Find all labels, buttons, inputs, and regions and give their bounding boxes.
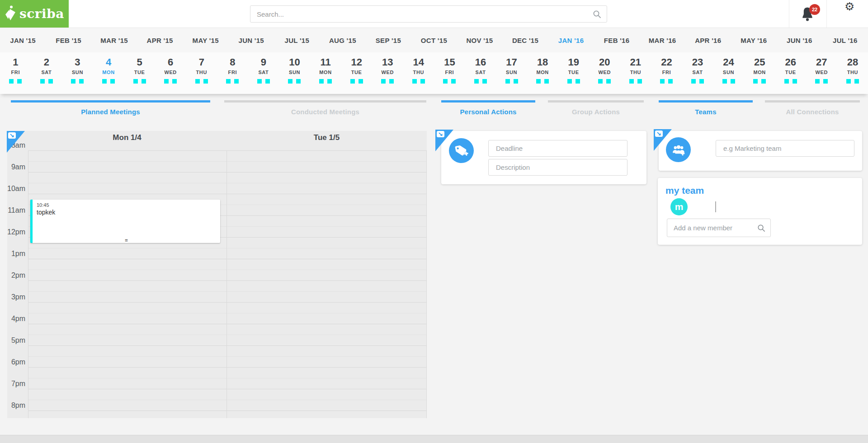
day-item[interactable]: 8 FRI [217, 52, 248, 94]
day-item[interactable]: 2 SAT [31, 52, 62, 94]
activity-square [172, 79, 177, 84]
activity-square [142, 79, 146, 84]
tab-personal-actions[interactable]: Personal Actions [441, 100, 535, 116]
horizontal-scrollbar[interactable] [0, 435, 868, 443]
day-item[interactable]: 19 TUE [558, 52, 589, 94]
day-name: TUE [124, 69, 155, 76]
activity-square [79, 79, 84, 84]
global-search [250, 5, 607, 23]
header-divider [826, 0, 827, 28]
activity-square [576, 79, 580, 84]
month-item[interactable]: APR '16 [685, 28, 731, 52]
tab-conducted-meetings[interactable]: Conducted Meetings [224, 100, 426, 116]
month-item[interactable]: MAY '16 [731, 28, 777, 52]
day-item[interactable]: 26 TUE [775, 52, 806, 94]
month-item[interactable]: JUN '15 [228, 28, 274, 52]
day-activity-markers [744, 79, 775, 84]
day-item[interactable]: 21 THU [620, 52, 651, 94]
day-item[interactable]: 9 SAT [248, 52, 279, 94]
calendar-column-header: Mon 1/4 [28, 133, 226, 145]
day-item[interactable]: 12 TUE [341, 52, 372, 94]
month-item[interactable]: SEP '15 [365, 28, 411, 52]
day-name: THU [403, 69, 434, 76]
month-item[interactable]: MAY '15 [183, 28, 228, 52]
member-avatar[interactable]: m [670, 198, 688, 215]
tab-planned-meetings[interactable]: Planned Meetings [11, 100, 210, 116]
day-item[interactable]: 18 MON [527, 52, 558, 94]
day-item[interactable]: 1 FRI [0, 52, 31, 94]
month-item[interactable]: FEB '16 [594, 28, 640, 52]
month-item[interactable]: APR '15 [137, 28, 183, 52]
day-item[interactable]: 25 MON [744, 52, 775, 94]
calendar-grid[interactable] [28, 150, 427, 418]
search-icon[interactable] [593, 10, 601, 20]
team-name-input[interactable] [716, 140, 854, 156]
day-item[interactable]: 14 THU [403, 52, 434, 94]
activity-square [234, 79, 239, 84]
tab-group-actions[interactable]: Group Actions [548, 100, 644, 116]
day-item[interactable]: 5 TUE [124, 52, 155, 94]
description-input[interactable] [489, 159, 627, 175]
day-item[interactable]: 4 MON [93, 52, 124, 94]
activity-square [9, 79, 14, 84]
day-item[interactable]: 6 WED [155, 52, 186, 94]
day-item[interactable]: 20 WED [589, 52, 620, 94]
month-item[interactable]: FEB '15 [46, 28, 91, 52]
day-item[interactable]: 17 SUN [496, 52, 527, 94]
day-name: SUN [496, 69, 527, 76]
day-item[interactable]: 23 SAT [682, 52, 713, 94]
top-bar: scriba 22 ⚙ [0, 0, 868, 28]
expand-ribbon-personal-actions[interactable] [435, 130, 453, 151]
personal-actions-card [441, 131, 646, 184]
month-item[interactable]: MAR '15 [91, 28, 137, 52]
day-name: THU [186, 69, 217, 76]
day-activity-markers [248, 79, 279, 84]
text-caret [715, 201, 716, 212]
hour-label: 9am [7, 163, 25, 172]
activity-square [17, 79, 22, 84]
expand-ribbon-calendar[interactable] [7, 131, 25, 153]
day-item[interactable]: 3 SUN [62, 52, 93, 94]
expand-ribbon-teams[interactable] [654, 129, 672, 151]
tab-teams[interactable]: Teams [659, 100, 753, 116]
day-item[interactable]: 15 FRI [434, 52, 465, 94]
add-member-input[interactable] [667, 219, 770, 237]
day-name: SUN [713, 69, 744, 76]
activity-square [544, 79, 549, 84]
day-item[interactable]: 28 THU [837, 52, 868, 94]
day-activity-markers [93, 79, 124, 84]
tab-all-connections[interactable]: All Connections [765, 100, 860, 116]
day-item[interactable]: 22 FRI [651, 52, 682, 94]
day-item[interactable]: 27 WED [806, 52, 837, 94]
day-item[interactable]: 11 MON [310, 52, 341, 94]
day-item[interactable]: 24 SUN [713, 52, 744, 94]
month-item[interactable]: JAN '15 [0, 28, 46, 52]
notifications-button[interactable]: 22 [789, 0, 826, 28]
day-number: 14 [403, 56, 434, 68]
day-item[interactable]: 7 THU [186, 52, 217, 94]
tab-indicator [441, 100, 535, 103]
day-name: TUE [775, 69, 806, 76]
activity-square [412, 79, 417, 84]
month-item[interactable]: JAN '16 [548, 28, 594, 52]
app-logo[interactable]: scriba [0, 0, 69, 28]
event-resize-handle[interactable]: = [33, 238, 220, 242]
search-input[interactable] [250, 6, 607, 22]
activity-square [668, 79, 673, 84]
deadline-input[interactable] [489, 140, 627, 156]
month-item[interactable]: MAR '16 [640, 28, 685, 52]
month-item[interactable]: JUL '15 [274, 28, 320, 52]
month-item[interactable]: NOV '15 [457, 28, 502, 52]
day-item[interactable]: 16 SAT [465, 52, 496, 94]
month-item[interactable]: OCT '15 [411, 28, 457, 52]
month-item[interactable]: AUG '15 [320, 28, 365, 52]
month-item[interactable]: JUN '16 [777, 28, 822, 52]
day-item[interactable]: 13 WED [372, 52, 403, 94]
settings-gear-icon[interactable]: ⚙ [844, 1, 854, 12]
activity-square [637, 79, 642, 84]
day-item[interactable]: 10 SUN [279, 52, 310, 94]
calendar-event[interactable]: 10:45 topkek = [30, 200, 220, 243]
member-search-icon[interactable] [757, 224, 765, 234]
month-item[interactable]: DEC '15 [503, 28, 548, 52]
month-item[interactable]: JUL '16 [822, 28, 868, 52]
